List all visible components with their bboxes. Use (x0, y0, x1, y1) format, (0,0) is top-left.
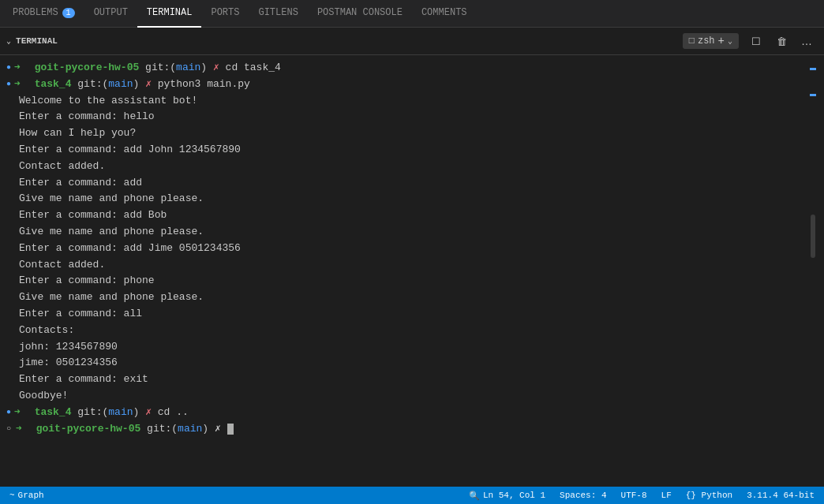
output-line-10: Enter a command: add Jime 0501234356 (6, 241, 808, 257)
arrow-icon-1: ➜ (14, 60, 21, 77)
dot-indicator-3: ● (6, 406, 11, 419)
arrow-icon-2: ➜ (14, 77, 21, 93)
arrow-icon-3: ➜ (14, 405, 21, 421)
output-line-4: Enter a command: add John 1234567890 (6, 142, 808, 159)
output-line-8: Enter a command: add Bob (6, 207, 808, 224)
terminal-actions: □ zsh + ⌄ ☐ 🗑 … (683, 30, 818, 52)
status-spaces[interactable]: Spaces: 4 (556, 491, 609, 500)
terminal-body: ● ➜ goit-pycore-hw-05 git:(main) ✗ cd ta… (0, 55, 824, 487)
status-python-version[interactable]: 3.11.4 64-bit (743, 491, 818, 500)
output-line-19: Goodbye! (6, 388, 808, 405)
output-line-1: Welcome to the assistant bot! (6, 93, 808, 110)
output-line-2: Enter a command: hello (6, 109, 808, 125)
tab-problems[interactable]: PROBLEMS 1 (3, 0, 84, 28)
output-line-9: Give me name and phone please. (6, 224, 808, 241)
tab-terminal[interactable]: TERMINAL (137, 0, 202, 28)
scroll-marker-top (810, 68, 816, 70)
tab-postman[interactable]: POSTMAN CONSOLE (308, 0, 412, 28)
arrow-icon-active: ➜ (16, 421, 22, 438)
output-line-18: Enter a command: exit (6, 371, 808, 388)
terminal-scrollbar-gutter (808, 60, 818, 482)
add-terminal-icon: + (718, 35, 725, 47)
terminal-line-2: ● ➜ task_4 git:(main) ✗ python3 main.py (6, 77, 808, 93)
dir-3: task_4 (35, 405, 72, 421)
output-line-13: Give me name and phone please. (6, 289, 808, 306)
terminal-icon: □ (689, 35, 695, 47)
status-eol[interactable]: LF (658, 491, 675, 500)
status-graph[interactable]: ~ Graph (6, 491, 47, 500)
output-line-11: Contact added. (6, 257, 808, 274)
graph-icon: ~ (9, 491, 15, 500)
dot-indicator-empty: ○ (6, 423, 13, 435)
status-position[interactable]: Ln 54, Col 1 (480, 491, 549, 500)
dot-indicator-1: ● (6, 62, 11, 74)
output-line-15: Contacts: (6, 323, 808, 339)
more-actions-button[interactable]: … (796, 30, 818, 52)
terminal-line-1: ● ➜ goit-pycore-hw-05 git:(main) ✗ cd ta… (6, 60, 808, 77)
shell-selector[interactable]: □ zsh + ⌄ (683, 33, 739, 49)
output-line-17: jime: 0501234356 (6, 355, 808, 371)
status-right: Ln 54, Col 1 Spaces: 4 UTF-8 LF {} Pytho… (480, 491, 818, 500)
dir-1: goit-pycore-hw-05 (35, 60, 140, 77)
dropdown-shell-icon[interactable]: ⌄ (728, 36, 732, 46)
terminal-cursor (227, 424, 234, 435)
status-bar: ~ Graph 🔍 Ln 54, Col 1 Spaces: 4 UTF-8 L… (0, 487, 824, 504)
scroll-marker-mid (810, 94, 816, 96)
terminal-line-cd: ● ➜ task_4 git:(main) ✗ cd .. (6, 405, 808, 421)
output-line-3: How can I help you? (6, 125, 808, 142)
status-center: 🔍 (469, 491, 480, 501)
terminal-header: ⌄ TERMINAL □ zsh + ⌄ ☐ 🗑 … (0, 28, 824, 55)
tab-ports[interactable]: PORTS (201, 0, 249, 28)
kill-terminal-button[interactable]: 🗑 (770, 30, 792, 52)
status-language[interactable]: {} Python (683, 491, 736, 500)
output-line-7: Give me name and phone please. (6, 191, 808, 207)
dir-active: goit-pycore-hw-05 (36, 421, 141, 438)
terminal-content[interactable]: ● ➜ goit-pycore-hw-05 git:(main) ✗ cd ta… (6, 60, 808, 482)
output-line-5: Contact added. (6, 159, 808, 175)
terminal-title-bar: ⌄ TERMINAL (6, 36, 683, 46)
dir-2: task_4 (35, 77, 72, 93)
tab-output[interactable]: OUTPUT (84, 0, 137, 28)
status-encoding[interactable]: UTF-8 (618, 491, 650, 500)
chevron-icon: ⌄ (6, 36, 11, 46)
tab-comments[interactable]: COMMENTS (412, 0, 477, 28)
scroll-thumb[interactable] (811, 215, 815, 258)
dot-indicator-2: ● (6, 78, 11, 91)
output-line-12: Enter a command: phone (6, 273, 808, 289)
status-left: ~ Graph (6, 491, 469, 500)
terminal-active-prompt: ○ ➜ goit-pycore-hw-05 git:(main) ✗ (6, 421, 808, 438)
output-line-14: Enter a command: all (6, 306, 808, 323)
output-line-16: john: 1234567890 (6, 339, 808, 356)
split-terminal-button[interactable]: ☐ (745, 30, 767, 52)
tab-bar: PROBLEMS 1 OUTPUT TERMINAL PORTS GITLENS… (0, 0, 824, 28)
search-icon[interactable]: 🔍 (469, 491, 480, 501)
output-line-6: Enter a command: add (6, 175, 808, 192)
tab-gitlens[interactable]: GITLENS (249, 0, 307, 28)
